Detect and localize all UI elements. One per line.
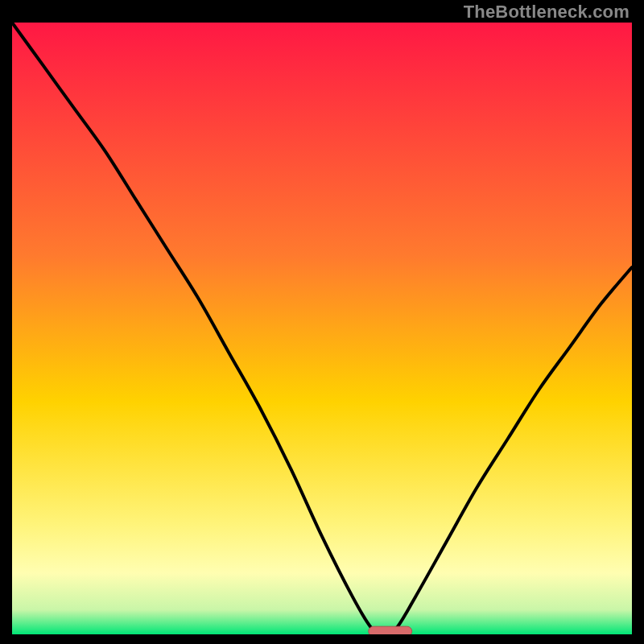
gradient-background [12, 23, 632, 634]
attribution-label: TheBottleneck.com [464, 2, 630, 23]
chart-container: TheBottleneck.com [0, 0, 644, 644]
plot-area [12, 23, 632, 634]
chart-svg [12, 23, 632, 634]
optimum-marker [369, 626, 412, 634]
